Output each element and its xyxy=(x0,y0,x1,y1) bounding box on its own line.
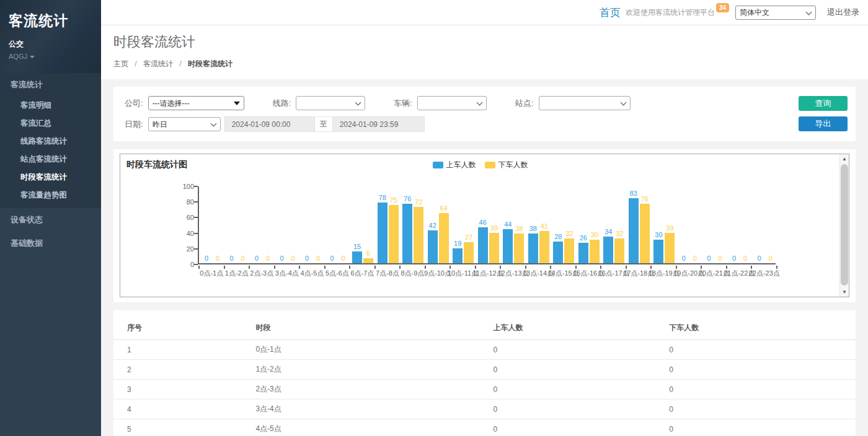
bar-alighting xyxy=(514,233,524,263)
x-axis-category-label: 10点-11点 xyxy=(450,269,476,278)
x-axis-category-label: 12点-13点 xyxy=(500,269,526,278)
search-button[interactable]: 查询 xyxy=(799,96,848,111)
user-menu[interactable]: AQGJ xyxy=(9,53,92,60)
sidebar-item-passenger-summary[interactable]: 客流汇总 xyxy=(0,115,101,133)
breadcrumb-passenger-stats[interactable]: 客流统计 xyxy=(143,59,173,68)
column-header-alighting: 下车人数 xyxy=(664,316,856,340)
table-cell: 4点-5点 xyxy=(250,419,488,436)
bar-boarding xyxy=(578,243,588,263)
line-label: 线路: xyxy=(273,98,291,109)
sidebar-item-passenger-stats[interactable]: 客流统计 xyxy=(0,73,101,97)
y-axis-tick xyxy=(194,186,198,187)
language-select-wrapper: 简体中文 xyxy=(735,6,816,20)
page-title: 时段客流统计 xyxy=(113,33,856,51)
legend-label-alighting: 下车人数 xyxy=(498,160,528,170)
filter-row-1: 公司: ---请选择--- 线路: 车 xyxy=(125,96,844,110)
x-axis-category-label: 19点-20点 xyxy=(676,269,702,278)
bar-alighting xyxy=(363,258,373,263)
y-axis-tick-label: 20 xyxy=(170,245,194,253)
language-select[interactable]: 简体中文 xyxy=(735,6,816,20)
scroll-thumb[interactable] xyxy=(841,164,848,286)
table-cell: 2点-3点 xyxy=(250,380,488,399)
bar-alighting xyxy=(389,205,399,264)
table-row: 32点-3点00 xyxy=(113,380,856,399)
date-from-input[interactable]: 2024-01-09 00:00 xyxy=(224,116,315,132)
table-cell: 1点-2点 xyxy=(250,360,488,380)
date-preset-wrapper: 昨日 xyxy=(148,117,221,131)
y-axis-tick-label: 100 xyxy=(170,183,194,190)
station-label: 站点: xyxy=(515,98,534,109)
bar-boarding xyxy=(528,233,538,263)
table-body: 10点-1点0021点-2点0032点-3点0043点-4点0054点-5点00… xyxy=(113,340,856,436)
y-axis-tick-label: 80 xyxy=(170,198,194,206)
legend-swatch-alighting xyxy=(485,162,495,168)
date-to-input[interactable]: 2024-01-09 23:59 xyxy=(332,116,425,132)
y-axis-tick xyxy=(194,201,198,203)
sidebar-item-line-stats[interactable]: 线路客流统计 xyxy=(0,133,101,150)
bar-value-label: 0 xyxy=(334,255,353,262)
bar-boarding xyxy=(402,204,412,263)
company-select[interactable]: ---请选择--- xyxy=(148,96,244,110)
app-logo: 客流统计 xyxy=(9,11,92,30)
table-cell: 3 xyxy=(113,380,250,399)
station-select[interactable] xyxy=(539,96,631,110)
bar-boarding xyxy=(503,229,513,263)
table-cell: 3点-4点 xyxy=(250,399,488,419)
chart-plot: 020406080100000点-1点001点-2点002点-3点003点-4点… xyxy=(198,186,776,264)
page-heading: 时段客流统计 主页 / 客流统计 / 时段客流统计 xyxy=(101,25,868,79)
user-name: AQGJ xyxy=(9,53,27,60)
notification-badge[interactable]: 34 xyxy=(716,3,729,12)
sidebar-item-base-data[interactable]: 基础数据 xyxy=(0,232,101,255)
x-axis-category-label: 8点-9点 xyxy=(400,269,425,278)
legend-swatch-boarding xyxy=(433,162,443,168)
table-cell: 0 xyxy=(488,340,664,360)
table-cell: 2 xyxy=(113,360,250,380)
x-axis-category-label: 9点-10点 xyxy=(425,269,451,278)
table-cell: 0点-1点 xyxy=(250,340,488,360)
scroll-up-icon[interactable]: ▲ xyxy=(840,154,849,164)
bar-boarding xyxy=(428,230,438,263)
sidebar-item-device-status[interactable]: 设备状态 xyxy=(0,208,101,232)
vehicle-select-wrapper xyxy=(417,96,487,110)
vehicle-select[interactable] xyxy=(417,96,487,110)
filter-row-2: 日期: 昨日 2024-01-09 00:00 至 2024-01-09 23:… xyxy=(125,116,844,132)
logout-link[interactable]: 退出登录 xyxy=(827,7,859,18)
x-axis-category-label: 4点-5点 xyxy=(299,269,325,278)
bar-alighting xyxy=(464,242,474,263)
sidebar-item-passenger-detail[interactable]: 客流明细 xyxy=(0,97,101,115)
bar-alighting xyxy=(564,238,574,263)
y-axis-tick xyxy=(194,264,198,265)
table-row: 10点-1点00 xyxy=(113,340,856,360)
chart-scrollbar: ▲ ▼ xyxy=(839,154,849,297)
table-cell: 1 xyxy=(113,340,250,360)
x-axis-category-label: 0点-1点 xyxy=(199,269,224,278)
caret-down-icon xyxy=(30,56,35,58)
bar-value-label: 76 xyxy=(635,195,655,203)
export-button[interactable]: 导出 xyxy=(799,116,848,131)
x-axis-category-label: 21点-22点 xyxy=(727,269,752,278)
column-header-period: 时段 xyxy=(250,316,488,340)
home-link[interactable]: 首页 xyxy=(600,6,621,20)
table-cell: 0 xyxy=(488,399,664,419)
vehicle-filter: 车辆: xyxy=(394,96,487,110)
table-cell: 0 xyxy=(664,419,856,436)
content: 公司: ---请选择--- 线路: 车 xyxy=(101,79,868,436)
line-select[interactable] xyxy=(296,96,365,110)
table-cell: 0 xyxy=(664,399,856,419)
chart-legend: 上车人数 下车人数 xyxy=(433,160,537,170)
date-preset-select[interactable]: 昨日 xyxy=(148,117,221,131)
legend-item-alighting: 下车人数 xyxy=(485,160,528,170)
scroll-down-icon[interactable]: ▼ xyxy=(840,287,849,297)
sidebar-item-trend-chart[interactable]: 客流量趋势图 xyxy=(0,186,101,204)
chart-box: 时段车流统计图 上车人数 下车人数 020406080100000点-1点001… xyxy=(120,154,849,297)
sidebar-item-period-stats[interactable]: 时段客流统计 xyxy=(0,168,101,186)
main-area: 首页 欢迎使用客流统计管理平台 34 简体中文 退出登录 时段客流统计 主页 /… xyxy=(101,0,868,436)
breadcrumb-home[interactable]: 主页 xyxy=(113,59,128,68)
sidebar-item-station-stats[interactable]: 站点客流统计 xyxy=(0,150,101,168)
line-filter: 线路: xyxy=(273,96,366,110)
company-label: 公司: xyxy=(125,98,143,109)
period-stats-table: 序号 时段 上车人数 下车人数 10点-1点0021点-2点0032点-3点00… xyxy=(113,316,856,436)
bar-value-label: 41 xyxy=(534,222,554,230)
table-row: 54点-5点00 xyxy=(113,419,856,436)
breadcrumb-separator: / xyxy=(135,59,136,68)
